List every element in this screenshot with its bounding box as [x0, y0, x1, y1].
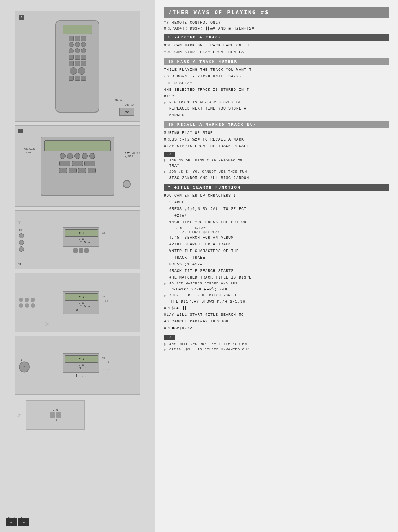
note-label-1: .OT: [164, 152, 175, 157]
main-title: /THER WAYS OF PLAYING #$: [164, 7, 389, 18]
section3-body2: 0RESS ;-!2+%2= TO RECALL A MARK: [164, 137, 389, 142]
section-badge-2: ": [18, 129, 23, 133]
device-illustration-small2: # $ - 0 ! . " 5 - 3 ! : 23 +1 ☞: [15, 273, 140, 332]
left-circles-1: #$: [19, 228, 24, 252]
screen-display-2: # $: [65, 293, 98, 301]
section4-sub3: %ACH TIME YOU PRESS THE BUTTON: [164, 220, 389, 225]
section4-sub9: TRACK T!RAEE: [164, 255, 389, 260]
section2-note2: REPLACED NEXT TIME YOU STORE A: [164, 106, 389, 111]
screen-small-label-3: 23: [102, 357, 105, 360]
player-buttons: [44, 153, 111, 159]
section4-sub12: 4HE MATCHED TRACK TITLE IS DISPL: [164, 275, 389, 280]
screen-unit-2: # $ - 0 ! . " 5 - 3 ! : 23 +1: [63, 291, 100, 314]
right-panel: /THER WAYS OF PLAYING #$ "Y REMOTE CONTR…: [155, 0, 398, 532]
section4-noteb: PRE■$▼; 2%7= ▶▶R\; &&=: [164, 287, 389, 292]
player-buttons-2: [44, 161, 111, 166]
left-circle-3: !$ 3: [19, 358, 30, 373]
device-display-2: # $ - 0 ! . " 5 - 3 ! : 23 +1: [63, 291, 100, 314]
remote-annotation: 4$,%: [115, 98, 122, 101]
section4-body1: 9OU CAN ENTER UP CHRACTERS I: [164, 193, 389, 198]
section4-bodyc2: 0LAY WILL START 4ITLE SEARCH MC: [164, 312, 389, 318]
left-panel: !: [0, 0, 155, 532]
player-screen: [44, 140, 111, 151]
device-illustration-small3: !$ 3 # $ - 0 ! 3 !: 23 +1 \/\/ 4.....: [15, 336, 140, 395]
hand-pointer-tiny: ☞: [17, 411, 21, 419]
section1-body2: YOU CAN START PLAY FROM THEM LATE: [164, 49, 389, 55]
section4-sub6: !,"5- 3EARCH FOR AN ALBUM: [164, 235, 389, 241]
intro-note-1: "Y REMOTE CONTROL ONLY: [164, 21, 389, 25]
display-row-1: # $ - 0 ! . " 5 - 23: [63, 227, 100, 247]
nav-arrows: → ←: [6, 518, 29, 526]
section3-note4: $ISC 2ANDOM AND !LL $ISC 2ANDOM: [164, 175, 389, 181]
section4-sub5: ↑ — /RIGINAL $+$PLAY: [164, 231, 389, 234]
main-circle-3: 3: [19, 362, 30, 373]
player-buttons-3: [44, 168, 111, 173]
keypad-row-1: [73, 248, 89, 253]
note-box-1: .OT: [164, 150, 175, 158]
device-illustration-small1: #$ # $ - 0 ! . " 5 - 23: [15, 210, 140, 269]
section2-body5: DISC: [164, 94, 389, 99]
section4-sub10: 0RESS ;%.4%2=: [164, 262, 389, 267]
section4-cancel2: 0RE■S#;%.!2=: [164, 325, 389, 331]
small1-bottom-label: 4$: [18, 262, 21, 265]
screen-unit-1: # $ - 0 ! . " 5 - 23: [63, 227, 100, 247]
device-display-1: # $ - 0 ! . " 5 - 23: [63, 227, 100, 253]
section3-note2: TRAY: [164, 163, 389, 169]
section4-sub11: 4RACK TITLE SEARCH STARTS: [164, 268, 389, 274]
section3-body1: $URING PLAY OR STOP: [164, 130, 389, 136]
section2-body4: 4HE SELECTED TRACK IS STORED IN T: [164, 87, 389, 93]
screen-small-label-2: 23: [102, 295, 105, 298]
tiny-keypad-content: # $ +1: [50, 408, 61, 422]
section-badge-1: !: [19, 15, 24, 20]
mid-arrow-label: ◄◄▼ 2%7▶▶▶!▲ & #,%!2: [125, 151, 140, 158]
section1-header: ! -ARKING A TRACK: [164, 34, 389, 41]
screen-small-label-1: 23: [102, 231, 105, 234]
section4-body2: SEARCH: [164, 200, 389, 205]
screen-sub-3: +1: [106, 360, 109, 363]
section3-body3: 0LAY STARTS FROM THE TRACK RECALL: [164, 144, 389, 149]
section2-note1: F A TRACK IS ALREADY STORED IN: [164, 100, 389, 105]
section2-note3: MARKER: [164, 113, 389, 118]
section4-noted: THE DISPLAY SHOWS n./4 &/5.$o: [164, 299, 389, 304]
section4-note2-1: 4HE UNIT RECORDS THE TITLE YOU ENT: [164, 342, 389, 347]
device-display-3: # $ - 0 ! 3 !: 23 +1 \/\/ 4.....: [63, 353, 100, 378]
section4-note2-2: 0RESS ;$%,= TO DELETE UNWANTED CH/: [164, 348, 389, 352]
section4-bodyc1: 0RE$S▶ ▐▌=: [164, 305, 389, 311]
hand-pointer-2: ☞: [45, 319, 49, 329]
section3-note1: 4HE MARKER MEMORY IS CLEARED WH: [164, 158, 389, 163]
hand-pointer-1: ☞: [17, 218, 21, 227]
device-label-box: MRK: [119, 108, 134, 116]
section4-notec: 7HEN THERE IS NO MATCH FOR THE: [164, 293, 389, 298]
section4-sub4: !,"5 ——→ 42!#+: [164, 226, 389, 230]
section3-note3: &OR #$ $! YOU CANNOT USE THIS FUN: [164, 170, 389, 175]
nav-arrow-right[interactable]: →: [6, 518, 17, 526]
intro-note-2: 0REPAR4TR D$S▶; ▐▌▬= AND ■ H▲EN▪!2=: [164, 26, 389, 31]
device-tiny-keypad: # $ +1 ☞: [26, 400, 85, 430]
section4-sub1: 0RESS ;4)4,% 3%!2#(= TO SELEC7: [164, 206, 389, 212]
section4-sub7: 42!#+ 3EARCH FOR A TRACK: [164, 242, 389, 247]
section2-body1: 7HILE PLAYING THE TRACK YOU WANT T: [164, 67, 389, 73]
nav-arrow-left[interactable]: ←: [18, 518, 29, 526]
screen-display-1: # $: [65, 229, 98, 237]
left-circles-2: [19, 298, 35, 308]
screen-small-sublabel: +1: [105, 300, 108, 303]
mid-left-label: $%,%4% ##%12: [24, 148, 35, 154]
screen-display-3: # $: [65, 355, 98, 363]
screen-unit-3: # $ - 0 ! 3 !: 23 +1 \/\/: [63, 353, 100, 373]
device-pointer: -12+%2: [125, 104, 134, 107]
tiny-label-row: +1: [53, 418, 57, 422]
note-label-2: .OT: [164, 335, 175, 340]
device-illustration-top: !: [15, 11, 140, 122]
section4-notea: 4O SEE MATCHES BEFORE AND AF1: [164, 281, 389, 286]
remote-control-1: [55, 20, 100, 113]
device-illustration-mid: " $%,%4% ##%12: [15, 125, 140, 207]
section4-header: " 4ITLE SEARCH FUNCTION: [164, 184, 389, 191]
mid-circle-annotation: [123, 180, 131, 188]
device-label-inner: MRK: [119, 108, 134, 116]
section2-body2: (OLD DOWN ;-!2+%2= UNTIL 34/2).': [164, 74, 389, 79]
section4-cancel1: 4O CANCEL PARTWAY THROUGH: [164, 319, 389, 324]
section4-sub2: 42!#+: [164, 213, 389, 218]
section2-header: 4O MARK A TRACK NUMBER: [164, 58, 389, 65]
cd-player-mid: [41, 137, 114, 196]
note-box-2: .OT: [164, 333, 175, 341]
